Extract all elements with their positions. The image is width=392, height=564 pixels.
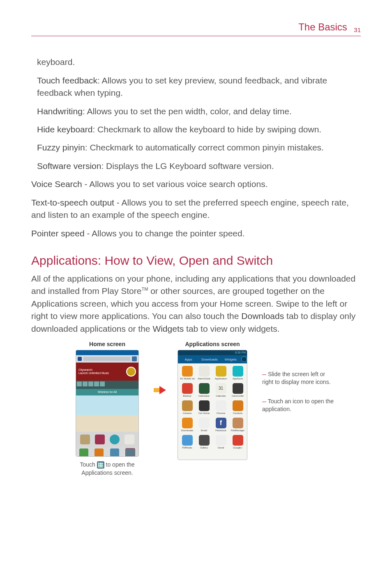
- widgets-bold: Widgets: [152, 324, 184, 333]
- app-label: Calendar: [216, 395, 226, 397]
- arrow-icon: [154, 386, 166, 394]
- callout-slide: Slide the screen left or right to displa…: [262, 370, 336, 386]
- app-item: Google+: [230, 435, 245, 449]
- app-icon: [216, 400, 226, 411]
- dock-browser-icon: [110, 435, 120, 444]
- tts-item: Text-to-speech output - Allows you to se…: [31, 196, 361, 222]
- voice-search-desc: - Allows you to set various voice search…: [82, 179, 268, 189]
- app-item: Backup: [180, 383, 195, 397]
- mic-icon: [78, 357, 82, 361]
- app-item: Downloads: [180, 418, 195, 432]
- app-icon: [233, 400, 243, 411]
- voice-search-item: Voice Search - Allows you to set various…: [31, 178, 361, 190]
- app-item: FileManager: [230, 418, 245, 432]
- app-label: FMRadio: [182, 446, 192, 449]
- handwriting-term: Handwriting: [37, 106, 83, 116]
- tab-apps: Apps: [178, 358, 199, 361]
- app-icon: [216, 435, 226, 446]
- app-label: Google+: [233, 446, 242, 449]
- header-title: The Basics: [298, 21, 347, 32]
- app-icon: [182, 418, 193, 428]
- home-touch-caption: Touch to open the Applications screen.: [72, 461, 142, 477]
- contacts-icon: [95, 448, 104, 457]
- app-icon: [199, 383, 210, 394]
- section-title: Applications: How to View, Open and Swit…: [31, 254, 361, 268]
- touch-feedback-term: Touch feedback: [37, 76, 97, 85]
- search-bar: [76, 355, 138, 363]
- app-label: Camcorder: [232, 395, 244, 397]
- app-item: AlarmClock: [196, 366, 212, 380]
- phone-icon: [79, 448, 88, 457]
- keyboard-trail: keyboard.: [37, 56, 361, 68]
- app-label: Car Home: [198, 412, 210, 414]
- callouts: Slide the screen left or right to displa…: [262, 341, 336, 413]
- plus-icon: [132, 356, 137, 361]
- app-icon: [233, 366, 243, 377]
- app-item: Gallery: [196, 435, 212, 449]
- app-item: Camera: [180, 400, 195, 414]
- app-label: Camera: [183, 412, 191, 414]
- pointer-speed-desc: - Allows you to change the pointer speed…: [85, 229, 245, 238]
- app-icon: f: [216, 418, 226, 428]
- app-icon: [199, 400, 210, 411]
- fuzzy-pinyin-item: Fuzzy pinyin: Checkmark to automatically…: [37, 141, 361, 154]
- app-label: Contacts: [233, 412, 243, 414]
- home-screen-figure: Home screen Citysearch: Launch Unlimited…: [72, 341, 142, 477]
- navbar: [76, 447, 138, 457]
- hide-keyboard-item: Hide keyboard: Checkmark to allow the ke…: [37, 123, 361, 136]
- downloads-bold: Downloads: [241, 311, 284, 321]
- app-icon: [182, 383, 193, 394]
- gear-icon: [241, 356, 247, 362]
- fuzzy-pinyin-desc: : Checkmark to automatically correct com…: [85, 143, 324, 152]
- handwriting-desc: : Allows you to set the pen width, color…: [83, 106, 292, 116]
- handwriting-item: Handwriting: Allows you to set the pen w…: [37, 105, 361, 118]
- app-icon: 31: [216, 383, 226, 394]
- app-item: Car Home: [196, 400, 212, 414]
- app-item: AppStore: [230, 366, 245, 380]
- app-label: Calculator: [198, 395, 210, 397]
- app-icon: [182, 400, 193, 411]
- search-field: [83, 357, 130, 361]
- pointer-speed-item: Pointer speed - Allows you to change the…: [31, 227, 361, 240]
- software-version-desc: : Displays the LG Keyboard software vers…: [101, 161, 274, 171]
- wireless-banner: Wireless for All: [76, 389, 138, 395]
- app-item: FMRadio: [180, 435, 195, 449]
- section-paragraph: All of the applications on your phone, i…: [31, 273, 361, 335]
- status-bar: [76, 350, 138, 355]
- app-item: Camcorder: [230, 383, 245, 397]
- app-icon: [182, 366, 193, 377]
- software-version-item: Software version: Displays the LG Keyboa…: [37, 160, 361, 172]
- banner-text: Citysearch: Launch Unlimited Music: [78, 368, 109, 375]
- app-label: 4G Mobile Hotspot: [180, 377, 195, 380]
- app-label: Gmail: [218, 446, 224, 449]
- apps-tab-bar: Apps Downloads Widgets: [178, 355, 247, 363]
- dock-play-icon: [125, 435, 134, 444]
- tab-downloads: Downloads: [199, 358, 220, 361]
- app-icon: [199, 418, 210, 428]
- app-icon: [233, 418, 243, 428]
- home-screen-caption: Home screen: [89, 341, 125, 347]
- software-version-term: Software version: [37, 161, 101, 171]
- app-item: 31Calendar: [213, 383, 228, 397]
- pointer-speed-term: Pointer speed: [31, 229, 85, 238]
- wallpaper: [76, 395, 138, 432]
- status-bar2: 8:36 PM: [178, 350, 247, 355]
- apps-grid-icon: [97, 461, 104, 469]
- dock-contacts-icon: [80, 435, 90, 444]
- app-label: Chrome: [217, 412, 225, 414]
- dock: [76, 432, 138, 447]
- app-label: AlarmClock: [198, 377, 210, 380]
- app-item: Gmail: [213, 435, 228, 449]
- home-screen-mock: Citysearch: Launch Unlimited Music Wirel…: [76, 350, 139, 457]
- app-icon: [233, 435, 243, 446]
- callout-touch-icon: Touch an icon to open the application.: [262, 398, 336, 413]
- apps-screen-figure: Applications screen 8:36 PM Apps Downloa…: [178, 341, 247, 460]
- trademark: TM: [141, 287, 148, 291]
- flag-widget: [76, 381, 138, 389]
- apps-screen-mock: 8:36 PM Apps Downloads Widgets 4G Mobile…: [178, 350, 247, 460]
- app-label: Email: [201, 429, 207, 432]
- page-number: 31: [354, 26, 361, 33]
- app-icon: [199, 366, 210, 377]
- app-item: Email: [196, 418, 212, 432]
- tab-widgets: Widgets: [220, 358, 241, 361]
